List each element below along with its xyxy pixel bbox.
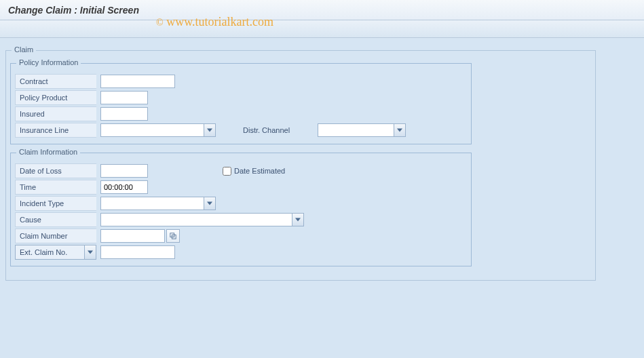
- policy-info-group: Policy Information Contract Policy Produ…: [10, 63, 472, 144]
- ext-claim-input[interactable]: [100, 245, 175, 259]
- incident-type-label: Incident Type: [15, 196, 96, 211]
- date-of-loss-input[interactable]: [100, 164, 148, 178]
- date-estimated-checkbox[interactable]: [223, 167, 231, 176]
- insured-label: Insured: [15, 106, 96, 121]
- claim-number-input[interactable]: [100, 229, 165, 243]
- time-label: Time: [15, 180, 96, 195]
- chevron-down-icon: [292, 214, 303, 226]
- page-title: Change Claim : Initial Screen: [8, 5, 139, 16]
- incident-type-value: [101, 197, 108, 210]
- cause-value: [101, 214, 108, 226]
- chevron-down-icon: [204, 124, 215, 136]
- date-estimated-label: Date Estimated: [234, 167, 285, 175]
- cause-select[interactable]: [100, 213, 304, 226]
- incident-type-select[interactable]: [100, 197, 216, 210]
- insurance-line-label: Insurance Line: [15, 123, 96, 138]
- insurance-line-value: [101, 124, 108, 136]
- contract-input[interactable]: [100, 75, 175, 88]
- title-bar: Change Claim : Initial Screen: [0, 0, 644, 20]
- ext-claim-select[interactable]: Ext. Claim No.: [15, 245, 96, 260]
- distr-channel-value: [318, 124, 325, 136]
- toolbar-row: [0, 20, 644, 38]
- value-help-icon: [170, 233, 176, 239]
- date-of-loss-label: Date of Loss: [15, 163, 96, 178]
- chevron-down-icon: [84, 245, 96, 259]
- ext-claim-select-label: Ext. Claim No.: [20, 248, 67, 256]
- distr-channel-label: Distr. Channel: [243, 123, 318, 138]
- chevron-down-icon: [204, 197, 215, 210]
- contract-label: Contract: [15, 74, 96, 89]
- claim-group-title: Claim: [12, 45, 36, 54]
- time-input[interactable]: [100, 180, 148, 194]
- cause-label: Cause: [15, 212, 96, 227]
- insured-input[interactable]: [100, 107, 148, 121]
- claim-number-label: Claim Number: [15, 228, 96, 243]
- match-code-button[interactable]: [166, 229, 180, 243]
- policy-product-input[interactable]: [100, 91, 148, 104]
- policy-product-label: Policy Product: [15, 90, 96, 105]
- distr-channel-select[interactable]: [318, 123, 406, 137]
- claim-info-group: Claim Information Date of Loss Date Esti…: [10, 153, 472, 266]
- insurance-line-select[interactable]: [100, 123, 216, 137]
- claim-group: Claim Policy Information Contract Policy…: [5, 50, 596, 281]
- claim-info-title: Claim Information: [16, 148, 80, 156]
- content-area: Claim Policy Information Contract Policy…: [0, 38, 644, 293]
- policy-info-title: Policy Information: [16, 58, 81, 66]
- chevron-down-icon: [394, 124, 405, 136]
